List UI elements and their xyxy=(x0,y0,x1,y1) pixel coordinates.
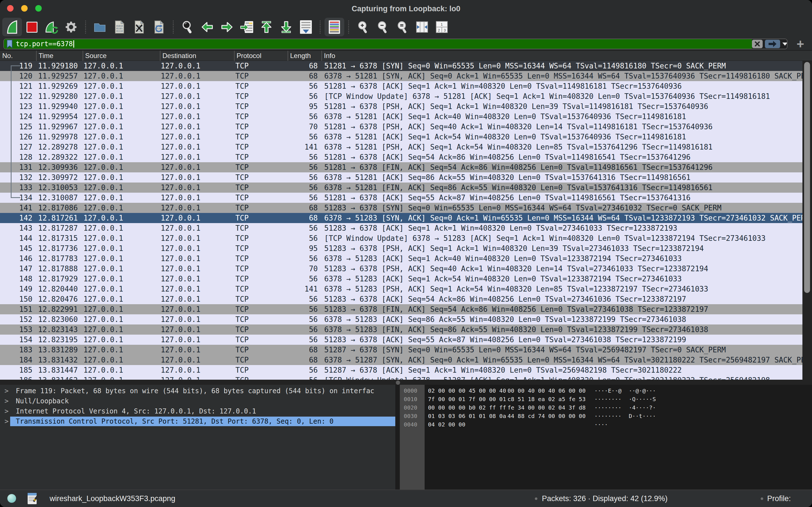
packet-row-120[interactable]: 12011.929257127.0.0.1127.0.0.1TCP686378 … xyxy=(0,71,802,81)
packet-row-123[interactable]: 12311.929940127.0.0.1127.0.0.1TCP9551281… xyxy=(0,101,802,112)
packet-row-141[interactable]: 14112.817086127.0.0.1127.0.0.1TCP6851283… xyxy=(0,203,802,213)
filter-bookmark-icon[interactable] xyxy=(6,40,13,48)
stop-capture-button[interactable] xyxy=(22,18,42,36)
colorize-packets-button[interactable] xyxy=(324,18,344,36)
find-packet-button[interactable] xyxy=(177,18,197,36)
detail-line[interactable]: >Transmission Control Protocol, Src Port… xyxy=(0,416,395,427)
detail-line[interactable]: >Frame 119: Packet, 68 bytes on wire (54… xyxy=(0,386,395,396)
go-last-button[interactable] xyxy=(276,18,296,36)
title-bar[interactable]: Capturing from Loopback: lo0 xyxy=(0,0,812,16)
display-filter-input[interactable]: tcp.port==6378 xyxy=(4,39,752,49)
resize-columns-button[interactable] xyxy=(412,18,432,36)
packet-row-142[interactable]: 14212.817261127.0.0.1127.0.0.1TCP686378 … xyxy=(0,213,802,223)
hex-row-0010[interactable]: 00107f 00 00 01 7f 00 00 01c8 51 18 ea 0… xyxy=(400,395,812,403)
horizontal-splitter[interactable] xyxy=(0,380,812,385)
zoom-reset-button[interactable] xyxy=(393,18,412,36)
cell-protocol: TCP xyxy=(234,193,288,202)
go-forward-button[interactable] xyxy=(217,18,237,36)
packet-row-186[interactable]: 18613.831462127.0.0.1127.0.0.1TCP56[TCP … xyxy=(0,375,802,380)
expand-chevron-icon[interactable]: > xyxy=(4,416,8,427)
reload-file-button[interactable]: 010100110101110 xyxy=(149,18,169,36)
column-header-source[interactable]: Source xyxy=(83,51,160,61)
packet-row-131[interactable]: 13112.309936127.0.0.1127.0.0.1TCP5651281… xyxy=(0,162,802,172)
packet-row-146[interactable]: 14612.817783127.0.0.1127.0.0.1TCP566378 … xyxy=(0,253,802,264)
capture-options-button[interactable] xyxy=(61,18,81,36)
packet-row-124[interactable]: 12411.929954127.0.0.1127.0.0.1TCP566378 … xyxy=(0,112,802,122)
packet-row-154[interactable]: 15412.823195127.0.0.1127.0.0.1TCP5651283… xyxy=(0,335,802,345)
profile-selector[interactable]: Profile: Default xyxy=(767,490,812,507)
layout-123-button[interactable]: 123 xyxy=(432,18,452,36)
packet-row-143[interactable]: 14312.817287127.0.0.1127.0.0.1TCP5651283… xyxy=(0,223,802,233)
packet-row-147[interactable]: 14712.817888127.0.0.1127.0.0.1TCP7051283… xyxy=(0,264,802,274)
packet-row-125[interactable]: 12511.929967127.0.0.1127.0.0.1TCP7051281… xyxy=(0,122,802,132)
expand-chevron-icon[interactable]: > xyxy=(4,406,8,416)
packet-row-153[interactable]: 15312.823143127.0.0.1127.0.0.1TCP566378 … xyxy=(0,325,802,335)
packet-row-151[interactable]: 15112.822991127.0.0.1127.0.0.1TCP5651283… xyxy=(0,304,802,314)
packet-row-126[interactable]: 12611.929978127.0.0.1127.0.0.1TCP566378 … xyxy=(0,132,802,142)
capture-comment-icon[interactable] xyxy=(28,493,37,504)
packet-row-144[interactable]: 14412.817315127.0.0.1127.0.0.1TCP56[TCP … xyxy=(0,233,802,243)
packet-row-128[interactable]: 12812.289322127.0.0.1127.0.0.1TCP5651281… xyxy=(0,152,802,162)
column-header-protocol[interactable]: Protocol xyxy=(234,51,288,61)
detail-line[interactable]: >Null/Loopback xyxy=(0,396,395,406)
column-header-no[interactable]: No. xyxy=(0,51,36,61)
hex-offset: 0000 xyxy=(404,386,417,395)
go-to-packet-button[interactable] xyxy=(237,18,257,36)
packet-row-134[interactable]: 13412.310087127.0.0.1127.0.0.1TCP5651281… xyxy=(0,193,802,203)
column-header-time[interactable]: Time xyxy=(36,51,83,61)
expand-chevron-icon[interactable]: > xyxy=(4,386,8,396)
hex-row-0040[interactable]: 004004 02 00 00···· xyxy=(400,420,812,429)
expand-chevron-icon[interactable]: > xyxy=(4,396,8,406)
packet-row-145[interactable]: 14512.817736127.0.0.1127.0.0.1TCP9551283… xyxy=(0,243,802,253)
save-file-button[interactable]: 010100110101110 xyxy=(110,18,130,36)
cell-protocol: TCP xyxy=(234,143,288,151)
packet-row-133[interactable]: 13312.310053127.0.0.1127.0.0.1TCP566378 … xyxy=(0,182,802,193)
hex-row-0020[interactable]: 002000 00 00 00 b0 02 ff fffe 34 00 00 0… xyxy=(400,403,812,412)
column-header-destination[interactable]: Destination xyxy=(160,51,234,61)
go-first-button[interactable] xyxy=(257,18,276,36)
toolbar-separator xyxy=(85,20,86,34)
packet-row-122[interactable]: 12211.929280127.0.0.1127.0.0.1TCP56[TCP … xyxy=(0,91,802,101)
packet-list-scrollbar[interactable] xyxy=(802,61,812,380)
cell-protocol: TCP xyxy=(234,255,288,263)
packet-row-121[interactable]: 12111.929269127.0.0.1127.0.0.1TCP5651281… xyxy=(0,81,802,91)
display-filter-field[interactable]: tcp.port==6378 xyxy=(3,39,788,49)
start-capture-button[interactable] xyxy=(2,18,22,36)
filter-dropdown-caret-icon[interactable] xyxy=(782,43,788,48)
scrollbar-thumb[interactable] xyxy=(804,62,810,293)
close-file-button[interactable]: 010100110101110 xyxy=(130,18,149,36)
go-back-button[interactable] xyxy=(197,18,217,36)
packet-row-148[interactable]: 14812.817929127.0.0.1127.0.0.1TCP566378 … xyxy=(0,274,802,284)
packet-row-152[interactable]: 15212.823060127.0.0.1127.0.0.1TCP566378 … xyxy=(0,314,802,325)
apply-filter-button[interactable] xyxy=(765,40,780,48)
packet-row-149[interactable]: 14912.820440127.0.0.1127.0.0.1TCP1416378… xyxy=(0,284,802,294)
packet-row-183[interactable]: 18313.831289127.0.0.1127.0.0.1TCP6851287… xyxy=(0,345,802,355)
vertical-splitter[interactable] xyxy=(395,385,400,490)
detail-line[interactable]: >Internet Protocol Version 4, Src: 127.0… xyxy=(0,406,395,416)
clear-filter-button[interactable] xyxy=(752,40,763,48)
hex-row-0030[interactable]: 003001 03 03 06 01 01 08 0a44 88 cd 74 0… xyxy=(400,412,812,420)
detail-text: Null/Loopback xyxy=(16,396,69,406)
expert-info-icon[interactable] xyxy=(7,494,16,503)
open-file-button[interactable] xyxy=(90,18,110,36)
packet-row-132[interactable]: 13212.309972127.0.0.1127.0.0.1TCP566378 … xyxy=(0,172,802,182)
auto-scroll-button[interactable] xyxy=(296,18,316,36)
column-header-length[interactable]: Length xyxy=(288,51,321,61)
add-filter-button[interactable]: + xyxy=(797,38,804,51)
zoom-out-button[interactable] xyxy=(373,18,393,36)
packet-row-150[interactable]: 15012.820476127.0.0.1127.0.0.1TCP5651283… xyxy=(0,294,802,304)
zoom-in-button[interactable] xyxy=(353,18,373,36)
packet-row-185[interactable]: 18513.831447127.0.0.1127.0.0.1TCP5651287… xyxy=(0,365,802,375)
hex-row-0000[interactable]: 000002 00 00 00 45 00 00 4000 00 40 00 4… xyxy=(400,386,812,395)
cell-length: 68 xyxy=(288,346,321,354)
cell-length: 68 xyxy=(288,72,321,80)
packet-row-119[interactable]: 11911.929180127.0.0.1127.0.0.1TCP6851281… xyxy=(0,61,802,71)
packet-row-184[interactable]: 18413.831432127.0.0.1127.0.0.1TCP686378 … xyxy=(0,355,802,365)
cell-destination: 127.0.0.1 xyxy=(160,285,234,293)
restart-capture-button[interactable] xyxy=(42,18,61,36)
cell-destination: 127.0.0.1 xyxy=(160,102,234,111)
packet-row-127[interactable]: 12712.289278127.0.0.1127.0.0.1TCP1416378… xyxy=(0,142,802,152)
splitter-handle-icon[interactable] xyxy=(396,381,400,385)
cell-info: 6378 → 51281 [ACK] Seq=1 Ack=40 Win=4083… xyxy=(321,112,802,121)
column-header-info[interactable]: Info xyxy=(321,51,812,61)
